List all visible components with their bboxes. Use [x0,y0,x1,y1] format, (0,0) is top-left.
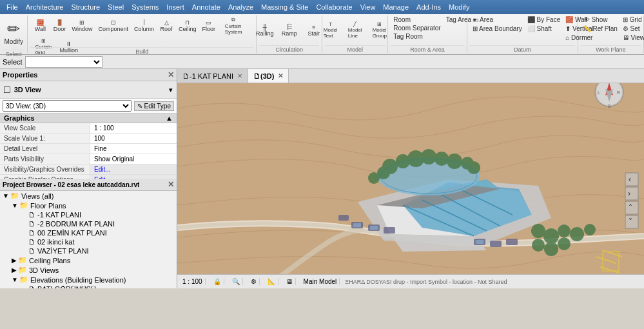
svg-text:R: R [617,90,620,95]
column-button[interactable]: ⏐ Column [132,18,157,34]
tree-item-10[interactable]: 🗋BATI GÖRÜNÜŞÜ [0,284,177,288]
svg-rect-37 [506,239,518,245]
menu-addins[interactable]: Add-Ins [413,2,445,12]
menu-steel[interactable]: Steel [104,2,128,12]
properties-panel: Properties ✕ □ 3D View ▾ 3D View: (3D) ✎… [0,69,177,179]
menu-annotate[interactable]: Annotate [188,2,224,12]
ribbon-content: ✏ Modify Select 🧱 Wall 🚪 Door ⊞ Window [0,14,644,54]
datum-group-label: Datum [470,45,575,53]
tree-item-4[interactable]: 🗋00 ZEMİN KAT PLANI [0,228,177,237]
ribbon-group-circulation: ╫ Railing ⬱ Ramp ≡ Stair Circulation [257,15,322,53]
svg-point-21 [467,161,480,174]
properties-close-button[interactable]: ✕ [168,70,174,79]
ribbon-group-model: T ModelText ╱ ModelLine ⊞ ModelGroup Mod… [322,15,388,53]
by-face-button[interactable]: ⬛ By Face [525,15,563,24]
tag-room-button[interactable]: Tag Room [391,32,425,41]
project-tree: ▼📁Views (all)▼📁Floor Plans🗋-1 KAT PLANI🗋… [0,191,177,288]
viewer-button[interactable]: 🖥 Viewer [620,34,644,42]
tab-kat-plani[interactable]: 🗋 -1 KAT PLANI ✕ [177,69,248,83]
floor-button[interactable]: ▭ Floor [200,18,219,34]
menu-manage[interactable]: Manage [379,2,413,12]
tree-item-5[interactable]: 🗋02 ikinci kat [0,237,177,246]
panel-type-label: 3D View [14,86,41,94]
menu-systems[interactable]: Systems [128,2,162,12]
edit-type-button[interactable]: ✎ Edit Type [134,101,174,111]
3d-view-icon: □ [4,84,10,95]
menu-file[interactable]: File [3,2,22,12]
view-selector: 3D View: (3D) ✎ Edit Type [0,99,177,114]
shaft-button[interactable]: ⬜ Shaft [525,25,563,33]
model-line-button[interactable]: ╱ ModelLine [344,20,367,40]
door-button[interactable]: 🚪 Door [50,18,68,34]
area-button[interactable]: ▭ Area [470,15,525,24]
select-label: Select [3,58,23,66]
svg-rect-39 [370,226,378,230]
select-dropdown[interactable] [25,56,102,68]
tree-item-0[interactable]: ▼📁Views (all) [0,191,177,201]
window-button[interactable]: ⊞ Window [69,18,95,34]
grid-button[interactable]: ⊞ Grid [620,15,644,24]
lock-icon[interactable]: 🔒 [211,278,224,285]
menu-view[interactable]: View [356,2,380,12]
modify-icon: ✏ [7,20,20,38]
modify-button[interactable]: ✏ Modify [1,15,27,49]
tab-kat-plani-close[interactable]: ✕ [237,72,242,79]
tree-item-2[interactable]: 🗋-1 KAT PLANI [0,210,177,219]
mullion-icon: ⏸ [66,41,72,47]
component-button[interactable]: ⊡ Component [95,18,131,34]
tree-item-9[interactable]: ▼📁Elevations (Building Elevation) [0,275,177,284]
menu-modify[interactable]: Modify [445,2,473,12]
menu-analyze[interactable]: Analyze [224,2,257,12]
tab-3d[interactable]: 🗋 (3D) ✕ [248,69,289,83]
monitor-icon[interactable]: 🖥 [284,278,296,285]
column-icon: ⏐ [142,19,146,26]
tree-item-1[interactable]: ▼📁Floor Plans [0,201,177,210]
ref-plan-button[interactable]: 📏 Ref Plan [581,25,620,33]
wall-button[interactable]: 🧱 Wall [30,18,50,34]
svg-point-18 [447,154,462,169]
tab-3d-icon: 🗋 [253,72,260,80]
ruler-icon[interactable]: 📐 [265,278,278,285]
viewport-svg: T B L R ‹ › ˄ ˅ [177,83,644,274]
room-separator-button[interactable]: Room Separator [391,24,443,32]
settings-icon[interactable]: ⚙ [248,278,260,285]
view-select[interactable]: 3D View: (3D) [3,100,132,112]
svg-text:B: B [608,104,611,108]
railing-button[interactable]: ╫ Railing [253,23,277,38]
set-button[interactable]: ⚙ Set [620,25,644,33]
show-button[interactable]: 👁 Show [581,15,620,24]
browser-title: Project Browser - 02 esas leke autcaddan… [3,181,139,188]
area-boundary-button[interactable]: ⊞ Area Boundary [470,25,525,33]
ramp-button[interactable]: ⬱ Ramp [278,22,301,38]
svg-point-27 [584,224,596,235]
menu-massing[interactable]: Massing & Site [257,2,312,12]
menu-structure[interactable]: Structure [67,2,104,12]
ribbon-group-build: 🧱 Wall 🚪 Door ⊞ Window ⊡ Component ⏐ [28,15,257,53]
svg-text:L: L [598,90,600,95]
detail-level-row: Detail Level Fine [0,144,177,154]
menu-architecture[interactable]: Architecture [22,2,68,12]
menu-collaborate[interactable]: Collaborate [312,2,356,12]
window-icon: ⊞ [79,19,84,26]
main-area: Properties ✕ □ 3D View ▾ 3D View: (3D) ✎… [0,69,644,288]
room-button[interactable]: Room [391,15,413,24]
svg-point-30 [558,237,571,250]
viewport-3d[interactable]: T B L R ‹ › ˄ ˅ [177,83,644,274]
tree-item-6[interactable]: 🗋VAZİYET PLANI [0,246,177,255]
tree-item-7[interactable]: ▶📁Ceiling Plans [0,255,177,265]
roof-button[interactable]: △ Roof [157,18,175,34]
panel-type-dropdown[interactable]: ▾ [169,86,173,94]
curtain-system-button[interactable]: ⧉ CurtainSystem [219,15,248,36]
room-items: Room Room Separator Tag Room Tag Area ▾ [391,15,464,45]
tree-item-8[interactable]: ▶📁3D Views [0,265,177,275]
svg-point-24 [543,228,559,244]
browser-close-button[interactable]: ✕ [168,180,174,189]
tab-3d-close[interactable]: ✕ [278,72,283,79]
search-icon[interactable]: 🔍 [229,278,243,285]
graphics-section-header[interactable]: Graphics ▲ [0,114,177,123]
ceiling-button[interactable]: ⊓ Ceiling [176,18,199,34]
model-text-button[interactable]: T ModelText [319,20,342,40]
tree-item-3[interactable]: 🗋-2 BODRUM KAT PLANI [0,219,177,228]
tab-kat-plani-label: -1 KAT PLANI [190,72,233,80]
menu-insert[interactable]: Insert [162,2,188,12]
